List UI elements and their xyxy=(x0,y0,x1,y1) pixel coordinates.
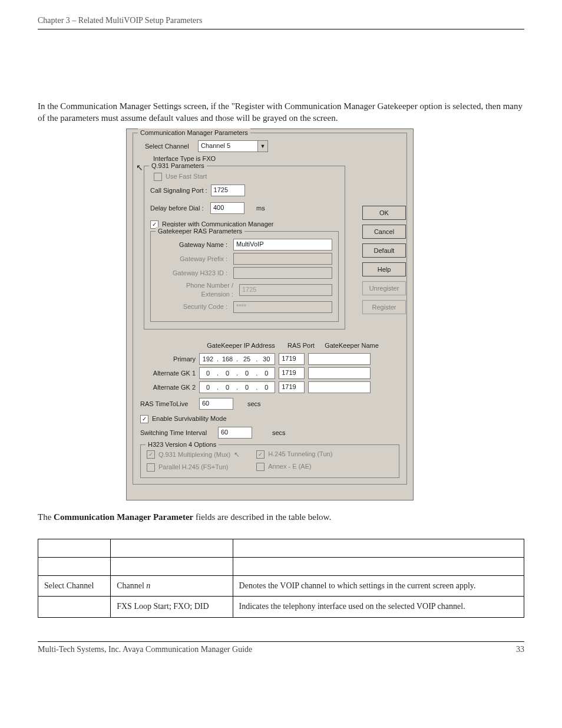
select-channel-value: Channel 5 xyxy=(198,140,257,152)
gk-alt2-ras[interactable]: 1719 xyxy=(279,381,305,393)
survivability-checkbox[interactable]: ✓ Enable Survivability Mode xyxy=(140,414,399,423)
unregister-button: Unregister xyxy=(362,281,406,295)
gk-alt2-ip[interactable]: 0. 0. 0. 0 xyxy=(199,381,275,393)
gk-primary-label: Primary xyxy=(140,355,196,364)
group-title: Communication Manager Parameters xyxy=(138,129,250,137)
q931-mux-label: Q.931 Multiplexing (Mux) xyxy=(158,450,230,459)
use-fast-start-label: Use Fast Start xyxy=(166,172,207,181)
select-channel-label: Select Channel xyxy=(145,142,194,151)
table-row xyxy=(38,557,524,575)
ras-ttl-input[interactable]: 60 xyxy=(199,398,233,410)
parameter-table: Select Channel Channel n Denotes the VOI… xyxy=(38,539,524,618)
help-button[interactable]: Help xyxy=(362,262,406,276)
gk-alt1-label: Alternate GK 1 xyxy=(140,369,196,378)
parallel-h245-checkbox: Parallel H.245 (FS+Tun) xyxy=(147,463,240,472)
cancel-button[interactable]: Cancel xyxy=(362,225,406,239)
cell-field: Select Channel xyxy=(38,575,111,597)
select-channel-dropdown[interactable]: Channel 5 ▼ xyxy=(198,140,268,152)
checkbox-icon: ✓ xyxy=(147,450,155,459)
h245-tunneling-label: H.245 Tunneling (Tun) xyxy=(268,450,332,459)
gateway-h323-label: Gateway H323 ID : xyxy=(157,269,230,278)
default-button[interactable]: Default xyxy=(362,243,406,258)
ras-port-header: RAS Port xyxy=(283,341,319,350)
h245-tunneling-checkbox: ✓ H.245 Tunneling (Tun) xyxy=(256,450,332,459)
cell-desc: Indicates the telephony interface used o… xyxy=(233,597,524,618)
gk-alt2-label: Alternate GK 2 xyxy=(140,383,196,392)
rule-bottom xyxy=(38,641,524,642)
q931-title: Q.931 Parameters xyxy=(149,162,207,170)
gk-primary-ras[interactable]: 1719 xyxy=(279,353,305,365)
survivability-label: Enable Survivability Mode xyxy=(152,414,227,423)
ms-label: ms xyxy=(256,204,265,213)
gk-name-header: GateKeeper Name xyxy=(319,341,384,350)
running-header: Chapter 3 – Related MultiVOIP Setup Para… xyxy=(38,15,524,27)
footer-left: Multi-Tech Systems, Inc. Avaya Communica… xyxy=(38,644,252,655)
security-code-label: Security Code : xyxy=(157,302,230,311)
gk-primary-ip[interactable]: 192. 168. 25. 30 xyxy=(199,353,275,365)
gk-primary-name[interactable] xyxy=(308,353,371,365)
table-row: Select Channel Channel n Denotes the VOI… xyxy=(38,575,524,597)
use-fast-start-checkbox: Use Fast Start xyxy=(154,172,339,181)
gk-alt1-ras[interactable]: 1719 xyxy=(279,367,305,379)
gk-ip-header: GateKeeper IP Address xyxy=(199,341,283,350)
comm-mgr-params-panel: ↖ Communication Manager Parameters Selec… xyxy=(126,129,414,500)
gateway-h323-input xyxy=(233,267,332,279)
gk-row-alt1: Alternate GK 1 0. 0. 0. 0 1719 xyxy=(140,367,399,379)
secs-label: secs xyxy=(247,400,261,409)
gateway-prefix-input xyxy=(233,253,332,265)
cell-field xyxy=(38,597,111,618)
checkbox-icon: ✓ xyxy=(140,415,148,423)
gateway-name-label: Gateway Name : xyxy=(157,241,230,249)
table-row xyxy=(38,539,524,557)
call-sig-port-input[interactable]: 1725 xyxy=(211,185,245,196)
parallel-h245-label: Parallel H.245 (FS+Tun) xyxy=(158,463,229,472)
switch-interval-label: Switching Time Interval xyxy=(140,429,214,437)
cell-desc: Denotes the VOIP channel to which settin… xyxy=(233,575,524,597)
gateway-name-input[interactable]: MultiVoIP xyxy=(233,239,332,251)
gk-alt1-ip[interactable]: 0. 0. 0. 0 xyxy=(199,367,275,379)
cell-values: FXS Loop Start; FXO; DID xyxy=(111,597,233,618)
gk-alt2-name[interactable] xyxy=(308,381,371,393)
gateway-prefix-label: Gateway Prefix : xyxy=(157,255,230,263)
call-sig-port-label: Call Signaling Port : xyxy=(150,186,207,195)
switch-interval-input[interactable]: 60 xyxy=(218,427,252,439)
gk-row-primary: Primary 192. 168. 25. 30 1719 xyxy=(140,353,399,365)
register-button: Register xyxy=(362,300,406,314)
annex-e-checkbox: Annex - E (AE) xyxy=(256,462,332,471)
secs-label-2: secs xyxy=(272,429,286,437)
after-shot-paragraph: The Communication Manager Parameter fiel… xyxy=(38,511,524,523)
phone-ext-input: 1725 xyxy=(239,284,332,296)
delay-before-dial-label: Delay before Dial : xyxy=(150,204,207,213)
rule-top xyxy=(38,29,524,29)
ras-title: Gatekeeper RAS Parameters xyxy=(156,227,244,236)
q931-mux-checkbox: ✓ Q.931 Multiplexing (Mux) ↖ xyxy=(147,450,240,459)
delay-before-dial-input[interactable]: 400 xyxy=(210,202,244,214)
checkbox-icon xyxy=(147,463,155,472)
chevron-down-icon[interactable]: ▼ xyxy=(257,140,268,152)
ras-ttl-label: RAS TimeToLive xyxy=(140,400,196,409)
checkbox-icon xyxy=(154,173,162,181)
phone-ext-label: Phone Number / Extension : xyxy=(157,281,236,299)
gk-row-alt2: Alternate GK 2 0. 0. 0. 0 1719 xyxy=(140,381,399,393)
footer-page: 33 xyxy=(516,644,524,655)
gk-alt1-name[interactable] xyxy=(308,367,371,379)
cursor-icon: ↖ xyxy=(234,450,240,459)
checkbox-icon xyxy=(256,463,265,471)
intro-paragraph: In the Communication Manager Settings sc… xyxy=(38,100,524,124)
annex-e-label: Annex - E (AE) xyxy=(268,462,311,471)
checkbox-icon: ✓ xyxy=(256,450,265,459)
security-code-input: **** xyxy=(233,301,332,313)
cell-values: Channel n xyxy=(111,575,233,597)
table-row: FXS Loop Start; FXO; DID Indicates the t… xyxy=(38,597,524,618)
ok-button[interactable]: OK xyxy=(362,206,406,220)
h323-title: H323 Version 4 Options xyxy=(146,440,219,449)
